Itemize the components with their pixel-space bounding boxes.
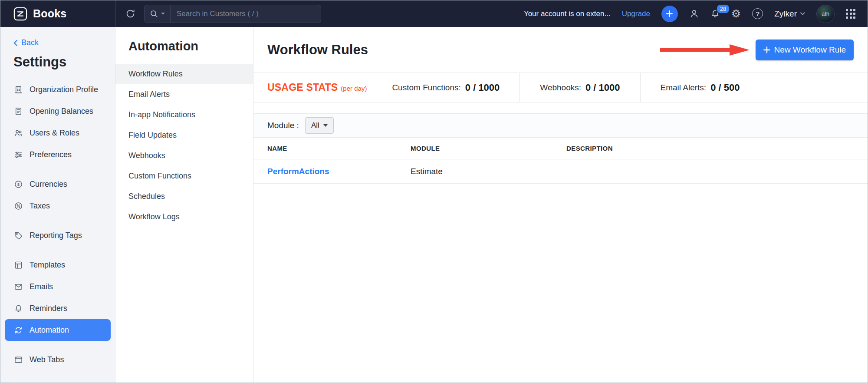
automation-item-inapp-notifications[interactable]: In-app Notifications	[115, 105, 253, 125]
sidebar-item-users-roles[interactable]: Users & Roles	[0, 122, 115, 144]
help-icon[interactable]: ?	[752, 8, 763, 19]
stat-value: 0 / 1000	[585, 82, 620, 93]
sidebar-item-reminders[interactable]: Reminders	[0, 297, 115, 319]
sidebar-item-label: Opening Balances	[30, 107, 93, 116]
refresh-icon[interactable]	[125, 9, 135, 19]
sidebar-item-automation[interactable]: Automation	[5, 319, 111, 341]
sidebar-item-label: Taxes	[30, 201, 50, 211]
topbar-right: Your account is on exten... Upgrade 28 ⚙…	[524, 5, 868, 23]
table-header-row: NAME MODULE DESCRIPTION	[253, 138, 868, 159]
sidebar-item-label: Reminders	[30, 304, 67, 313]
avatar-text: ath	[822, 10, 829, 17]
chevron-down-icon	[323, 124, 328, 127]
email-icon	[13, 282, 23, 291]
svg-text:$: $	[17, 182, 20, 186]
sidebar-item-label: Organization Profile	[30, 85, 98, 94]
automation-item-workflow-logs[interactable]: Workflow Logs	[115, 207, 253, 227]
page-title: Workflow Rules	[267, 42, 368, 58]
stat-value: 0 / 1000	[465, 82, 500, 93]
search-scope-selector[interactable]	[145, 5, 171, 23]
sidebar-item-emails[interactable]: Emails	[0, 276, 115, 297]
sidebar-item-web-tabs[interactable]: Web Tabs	[0, 349, 115, 370]
sidebar-item-label: Preferences	[30, 150, 72, 159]
table-row[interactable]: PerformActions Estimate	[253, 159, 868, 184]
app-window: Books Your account is on exten... Upgrad…	[0, 0, 868, 383]
preferences-icon	[13, 150, 23, 159]
back-label: Back	[21, 38, 39, 47]
chevron-left-icon	[13, 40, 17, 46]
templates-icon	[13, 261, 23, 270]
sidebar-item-label: Currencies	[30, 180, 67, 189]
col-header-module: MODULE	[411, 145, 566, 152]
sidebar-item-label: Emails	[30, 282, 53, 291]
organization-icon	[13, 85, 23, 94]
notification-badge: 28	[716, 4, 730, 14]
back-link[interactable]: Back	[0, 38, 115, 47]
automation-item-schedules[interactable]: Schedules	[115, 186, 253, 207]
plus-icon	[666, 10, 673, 17]
sidebar-item-templates[interactable]: Templates	[0, 254, 115, 276]
app-brand[interactable]: Books	[0, 0, 115, 27]
settings-sidebar: Back Settings Organization Profile Openi…	[0, 27, 115, 383]
sidebar-item-opening-balances[interactable]: Opening Balances	[0, 100, 115, 122]
plus-icon	[763, 46, 770, 53]
annotation-arrow	[658, 43, 750, 57]
settings-gear-icon[interactable]: ⚙	[731, 8, 741, 19]
usage-stats-bar: USAGE STATS (per day) Custom Functions: …	[253, 73, 868, 102]
workflow-name-link[interactable]: PerformActions	[267, 167, 411, 176]
main-panel: Workflow Rules New Workflow Rule USAGE S…	[253, 27, 868, 383]
col-header-name: NAME	[267, 145, 411, 152]
sidebar-item-reporting-tags[interactable]: Reporting Tags	[0, 225, 115, 246]
sidebar-item-label: Users & Roles	[30, 129, 79, 138]
referral-users-icon[interactable]	[689, 9, 699, 19]
global-search[interactable]	[144, 5, 321, 23]
currency-icon: $	[13, 180, 23, 189]
stat-email-alerts: Email Alerts: 0 / 500	[640, 73, 760, 102]
tag-icon	[13, 231, 23, 240]
automation-item-field-updates[interactable]: Field Updates	[115, 125, 253, 145]
sidebar-item-label: Web Tabs	[30, 355, 64, 364]
automation-item-custom-functions[interactable]: Custom Functions	[115, 166, 253, 186]
automation-item-workflow-rules[interactable]: Workflow Rules	[115, 64, 253, 84]
automation-item-email-alerts[interactable]: Email Alerts	[115, 84, 253, 105]
web-tabs-icon	[13, 355, 23, 364]
stat-label: Email Alerts:	[661, 83, 707, 92]
automation-sync-icon	[13, 326, 23, 335]
search-icon	[150, 10, 158, 18]
topbar-middle	[115, 0, 321, 27]
users-roles-icon	[13, 129, 23, 138]
automation-item-webhooks[interactable]: Webhooks	[115, 145, 253, 166]
sidebar-item-preferences[interactable]: Preferences	[0, 144, 115, 165]
stat-label: Custom Functions:	[392, 83, 460, 92]
account-notice: Your account is on exten...	[524, 10, 611, 18]
top-navbar: Books Your account is on exten... Upgrad…	[0, 0, 868, 27]
main-header: Workflow Rules New Workflow Rule	[253, 27, 868, 73]
stat-webhooks: Webhooks: 0 / 1000	[519, 73, 640, 102]
sidebar-item-label: Templates	[30, 261, 65, 270]
org-name: Zylker	[774, 9, 797, 19]
new-workflow-rule-label: New Workflow Rule	[774, 45, 846, 55]
zoho-books-logo-icon	[13, 7, 27, 21]
opening-balances-icon	[13, 107, 23, 116]
user-avatar[interactable]: ath	[816, 5, 835, 23]
sidebar-item-currencies[interactable]: $ Currencies	[0, 173, 115, 195]
sidebar-item-organization-profile[interactable]: Organization Profile	[0, 79, 115, 100]
sidebar-item-taxes[interactable]: Taxes	[0, 195, 115, 217]
notifications-bell-icon[interactable]: 28	[710, 9, 720, 19]
module-filter-dropdown[interactable]: All	[305, 117, 334, 134]
apps-grid-icon[interactable]	[846, 9, 855, 19]
search-input[interactable]	[171, 10, 321, 18]
module-filter-label: Module :	[267, 121, 299, 130]
org-caret-icon	[800, 12, 805, 15]
module-filter-bar: Module : All	[253, 113, 868, 138]
quick-add-button[interactable]	[661, 6, 678, 22]
org-switcher[interactable]: Zylker	[774, 9, 805, 19]
col-header-description: DESCRIPTION	[566, 145, 854, 152]
new-workflow-rule-button[interactable]: New Workflow Rule	[756, 40, 854, 60]
module-filter-value: All	[311, 121, 319, 130]
automation-panel-title: Automation	[115, 39, 253, 64]
usage-stats-title: USAGE STATS	[267, 82, 338, 93]
content-area: Back Settings Organization Profile Openi…	[0, 27, 868, 383]
upgrade-link[interactable]: Upgrade	[622, 10, 650, 18]
stat-custom-functions: Custom Functions: 0 / 1000	[372, 73, 519, 102]
